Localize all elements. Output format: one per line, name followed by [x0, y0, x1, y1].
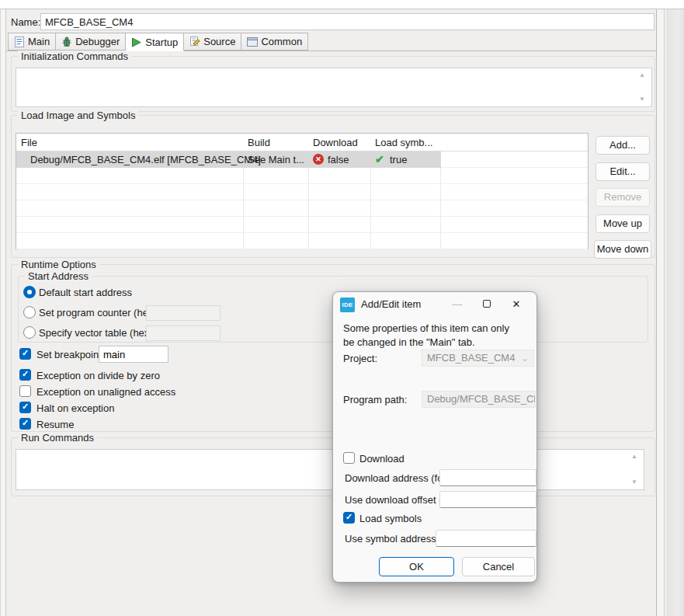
column-load-symbols[interactable]: Load symb... — [375, 137, 432, 148]
launch-config-panel: Name: Main Debugger Startup — [6, 9, 656, 616]
radio-set-program-counter[interactable] — [23, 306, 36, 318]
panel-sash-left[interactable] — [0, 9, 6, 616]
load-symbols-label: Load symbols — [359, 513, 422, 524]
table-row-empty[interactable] — [16, 184, 588, 200]
start-address-title: Start Address — [25, 270, 92, 282]
halt-on-exception-label: Halt on exception — [36, 402, 114, 414]
move-down-button[interactable]: Move down — [594, 240, 651, 259]
debug-configuration-window: Name: Main Debugger Startup — [0, 0, 684, 616]
program-path-field: Debug/MFCB_BASE_CM4.elf — [422, 391, 536, 408]
project-combo[interactable]: MFCB_BASE_CM4 ⌄ — [422, 350, 534, 367]
chevron-down-icon: ⌄ — [521, 350, 529, 366]
edit-button[interactable]: Edit... — [595, 162, 650, 181]
scroll-down-icon[interactable]: ▼ — [630, 479, 639, 486]
config-tab-bar: Main Debugger Startup Source — [6, 33, 656, 51]
column-build[interactable]: Build — [248, 137, 270, 148]
vector-table-input[interactable] — [146, 325, 220, 341]
load-image-title: Load Image and Symbols — [18, 110, 138, 121]
init-commands-title: Initialization Commands — [18, 50, 131, 62]
scroll-up-icon[interactable]: ▲ — [630, 453, 639, 461]
download-address-input[interactable] — [439, 469, 536, 486]
load-image-group: Load Image and Symbols File Build Downlo… — [11, 115, 655, 258]
bug-icon — [61, 36, 72, 47]
table-row-empty[interactable] — [16, 233, 588, 249]
maximize-icon[interactable] — [472, 293, 502, 315]
dialog-titlebar[interactable]: IDE Add/Edit item — ✕ — [333, 292, 536, 316]
table-row-empty[interactable] — [16, 168, 588, 184]
dialog-title: Add/Edit item — [361, 298, 421, 310]
radio-label: Set program counter (hex): — [39, 307, 159, 318]
check-icon: ✔ — [375, 154, 386, 165]
minimize-icon[interactable]: — — [443, 293, 472, 315]
run-commands-title: Run Commands — [18, 432, 97, 444]
tab-source[interactable]: Source — [184, 33, 241, 50]
download-label: Download — [359, 453, 404, 465]
resume-checkbox[interactable] — [19, 418, 31, 430]
cell-build: See Main t... — [248, 154, 304, 165]
play-icon — [130, 37, 142, 48]
add-button[interactable]: Add... — [595, 136, 650, 155]
set-breakpoint-checkbox[interactable] — [19, 348, 31, 360]
table-row-empty[interactable] — [16, 200, 588, 217]
radio-label: Default start address — [39, 287, 132, 298]
halt-on-exception-checkbox[interactable] — [19, 402, 31, 413]
close-icon[interactable]: ✕ — [502, 293, 531, 315]
radio-label: Specify vector table (hex): — [39, 327, 155, 339]
tab-common[interactable]: Common — [241, 33, 308, 50]
dialog-message-line2: be changed in the "Main" tab. — [343, 336, 475, 348]
tab-label: Main — [28, 36, 50, 47]
tab-label: Common — [261, 36, 302, 47]
column-file[interactable]: File — [21, 137, 37, 148]
scroll-down-icon[interactable]: ▼ — [637, 96, 647, 103]
program-path-label: Program path: — [343, 394, 407, 405]
unaligned-access-checkbox[interactable] — [19, 385, 31, 397]
tab-debugger[interactable]: Debugger — [55, 33, 125, 50]
table-header[interactable]: File Build Download Load symb... — [16, 134, 588, 151]
column-download[interactable]: Download — [313, 137, 358, 148]
project-label: Project: — [343, 353, 377, 364]
divide-by-zero-checkbox[interactable] — [19, 369, 31, 381]
name-input[interactable] — [40, 13, 654, 30]
document-icon — [13, 36, 25, 47]
unaligned-access-label: Exception on unaligned access — [36, 386, 175, 398]
load-image-table[interactable]: File Build Download Load symb... Debug/M… — [16, 133, 589, 249]
cancel-button[interactable]: Cancel — [462, 557, 535, 576]
divide-by-zero-label: Exception on divide by zero — [36, 370, 160, 381]
init-commands-scrollbar[interactable]: ▲ ▼ — [637, 68, 649, 106]
run-commands-textarea[interactable] — [16, 449, 644, 490]
scroll-up-icon[interactable]: ▲ — [637, 71, 647, 79]
table-row-empty[interactable] — [16, 217, 588, 233]
cell-file: Debug/MFCB_BASE_CM4.elf [MFCB_BASE_CM4] — [30, 154, 261, 165]
program-counter-input[interactable] — [146, 305, 220, 321]
load-symbols-checkbox[interactable] — [343, 512, 355, 524]
dialog-message-line1: Some properties of this item can only — [343, 322, 509, 334]
window-top-edge — [0, 0, 684, 9]
download-checkbox[interactable] — [343, 452, 355, 464]
tab-main[interactable]: Main — [8, 33, 55, 50]
tab-startup[interactable]: Startup — [125, 33, 184, 51]
init-commands-textarea[interactable] — [16, 68, 652, 107]
radio-specify-vector-table[interactable] — [23, 326, 36, 339]
window-icon — [246, 36, 258, 47]
window-right-edge — [656, 9, 684, 616]
run-commands-scrollbar[interactable]: ▲ ▼ — [630, 450, 641, 489]
name-label: Name: — [11, 16, 40, 28]
breakpoint-input[interactable] — [99, 346, 168, 363]
symbol-address-input[interactable] — [436, 530, 536, 547]
add-edit-item-dialog: IDE Add/Edit item — ✕ Some properties of… — [332, 291, 537, 583]
remove-button[interactable]: Remove — [595, 188, 650, 207]
cell-download: false — [328, 154, 349, 165]
tab-label: Startup — [145, 37, 178, 48]
source-file-icon — [189, 36, 200, 47]
radio-default-start-address[interactable] — [23, 286, 36, 298]
error-cross-icon: ✕ — [313, 154, 324, 165]
download-offset-input[interactable] — [439, 491, 536, 508]
resume-label: Resume — [36, 419, 74, 430]
ok-button[interactable]: OK — [379, 557, 454, 576]
table-row[interactable]: Debug/MFCB_BASE_CM4.elf [MFCB_BASE_CM4] … — [16, 151, 588, 168]
ide-app-icon: IDE — [340, 298, 355, 312]
move-up-button[interactable]: Move up — [595, 214, 650, 233]
runtime-options-title: Runtime Options — [18, 259, 99, 270]
tab-label: Debugger — [75, 36, 120, 47]
tab-label: Source — [203, 36, 235, 47]
